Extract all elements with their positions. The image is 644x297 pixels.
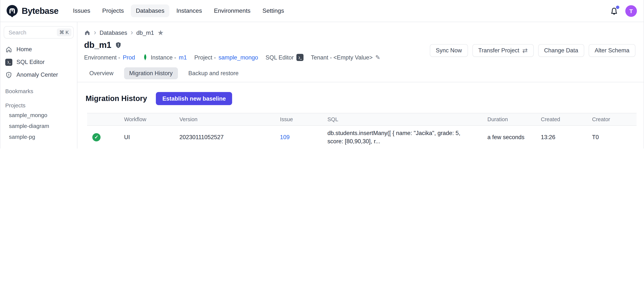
project-label: Project - [194, 54, 216, 61]
tenant-label: Tenant - <Empty Value> [311, 54, 373, 61]
environment-link[interactable]: Prod [123, 54, 135, 61]
table-header-row: Workflow Version Issue SQL Duration Crea… [87, 113, 636, 126]
col-creator: Creator [592, 113, 636, 126]
sql-cell: db.students.insertMany([ { name: "Jacika… [328, 126, 488, 149]
notifications-bell-icon[interactable] [610, 6, 618, 15]
creator-cell: T0 [592, 126, 636, 149]
nav-databases[interactable]: Databases [131, 5, 169, 17]
terminal-icon: ❯_ [5, 59, 12, 66]
brand-name: Bytebase [22, 6, 58, 16]
sidebar-item-label: Anomaly Center [16, 72, 58, 78]
brand-home-link[interactable]: Bytebase [6, 4, 58, 18]
sidebar-nav: Home ❯_ SQL Editor Anomaly Center [0, 43, 77, 81]
breadcrumb-db-m1[interactable]: db_m1 [136, 29, 154, 36]
tab-overview[interactable]: Overview [84, 67, 119, 79]
nav-projects[interactable]: Projects [97, 5, 129, 17]
col-sql: SQL [328, 113, 488, 126]
created-cell: 13:26 [541, 126, 592, 149]
app-window: Bytebase Issues Projects Databases Insta… [0, 0, 644, 149]
edit-pencil-icon[interactable]: ✎ [375, 54, 380, 61]
establish-baseline-button[interactable]: Establish new baseline [156, 92, 232, 105]
instance-label: Instance - [151, 54, 176, 61]
project-link[interactable]: sample_mongo [218, 54, 258, 61]
main-content: › Databases › db_m1 ★ db_m1 [77, 22, 644, 149]
issue-link[interactable]: 109 [280, 134, 290, 140]
sidebar-project-sample-mongo[interactable]: sample_mongo [0, 110, 77, 120]
notification-dot [616, 6, 619, 9]
shield-protected-icon [114, 42, 122, 49]
tab-backup-and-restore[interactable]: Backup and restore [183, 67, 244, 79]
sidebar-project-sample-pg[interactable]: sample-pg [0, 131, 77, 142]
sidebar-item-label: SQL Editor [16, 59, 45, 66]
col-created: Created [541, 113, 592, 126]
change-data-button[interactable]: Change Data [538, 44, 584, 57]
col-workflow: Workflow [124, 113, 180, 126]
search-input[interactable] [8, 29, 57, 36]
instance-link[interactable]: m1 [179, 54, 187, 61]
search-box: ⌘ K [4, 26, 74, 39]
tab-migration-history[interactable]: Migration History [124, 67, 178, 79]
home-icon [5, 46, 12, 53]
main-nav: Issues Projects Databases Instances Envi… [68, 5, 289, 17]
chevron-right-icon: › [131, 29, 133, 36]
sidebar-project-sample-diagram[interactable]: sample-diagram [0, 120, 77, 131]
col-version: Version [180, 113, 280, 126]
bookmark-star-icon[interactable]: ★ [157, 29, 164, 36]
sidebar-item-sql-editor[interactable]: ❯_ SQL Editor [0, 56, 77, 69]
breadcrumb-databases[interactable]: Databases [100, 29, 127, 36]
sidebar-item-label: Home [16, 46, 32, 53]
chevron-right-icon: › [94, 29, 96, 36]
breadcrumb: › Databases › db_m1 ★ [84, 29, 636, 36]
search-shortcut-badge: ⌘ K [57, 29, 72, 36]
status-icon: ✓ [92, 133, 100, 141]
alter-schema-button[interactable]: Alter Schema [589, 44, 636, 57]
nav-settings[interactable]: Settings [258, 5, 289, 17]
workflow-cell: UI [124, 126, 180, 149]
table-row[interactable]: ✓ UI 20230111052527 109 db.students.inse… [87, 126, 636, 149]
transfer-project-button[interactable]: Transfer Project ⇄ [472, 44, 534, 57]
sql-editor-terminal-icon[interactable]: ❯_ [296, 54, 304, 61]
environment-label: Environment - [84, 54, 120, 61]
sql-editor-label: SQL Editor [266, 54, 294, 61]
sidebar-section-projects: Projects [0, 101, 77, 110]
nav-environments[interactable]: Environments [209, 5, 256, 17]
col-duration: Duration [488, 113, 541, 126]
breadcrumb-home-icon[interactable] [84, 30, 90, 36]
transfer-arrows-icon: ⇄ [522, 47, 528, 55]
version-cell: 20230111052527 [180, 126, 280, 149]
col-issue: Issue [280, 113, 328, 126]
col-status [87, 113, 124, 126]
sidebar-section-databases: Databases [0, 147, 77, 149]
migration-history-heading: Migration History [86, 94, 147, 103]
user-avatar[interactable]: T [625, 5, 637, 17]
nav-issues[interactable]: Issues [68, 5, 95, 17]
top-nav-bar: Bytebase Issues Projects Databases Insta… [0, 0, 644, 22]
sidebar-section-bookmarks: Bookmarks [0, 86, 77, 95]
sidebar-item-home[interactable]: Home [0, 43, 77, 56]
nav-instances[interactable]: Instances [172, 5, 207, 17]
mongodb-leaf-icon [142, 54, 148, 61]
sync-now-button[interactable]: Sync Now [430, 44, 468, 57]
migration-history-table: Workflow Version Issue SQL Duration Crea… [87, 113, 636, 149]
database-tabs: Overview Migration History Backup and re… [84, 67, 636, 82]
migration-table-body: ✓ UI 20230111052527 109 db.students.inse… [87, 126, 636, 149]
bytebase-logo-icon [6, 4, 19, 18]
sidebar: ⌘ K Home ❯_ SQL Editor [0, 22, 77, 149]
duration-cell: a few seconds [488, 126, 541, 149]
page-actions: Sync Now Transfer Project ⇄ Change Data … [430, 44, 636, 57]
page-title: db_m1 [84, 40, 111, 50]
shield-alert-icon [5, 71, 12, 78]
sidebar-item-anomaly-center[interactable]: Anomaly Center [0, 69, 77, 81]
database-meta-row: Environment - Prod Instance - m1 [84, 54, 430, 61]
